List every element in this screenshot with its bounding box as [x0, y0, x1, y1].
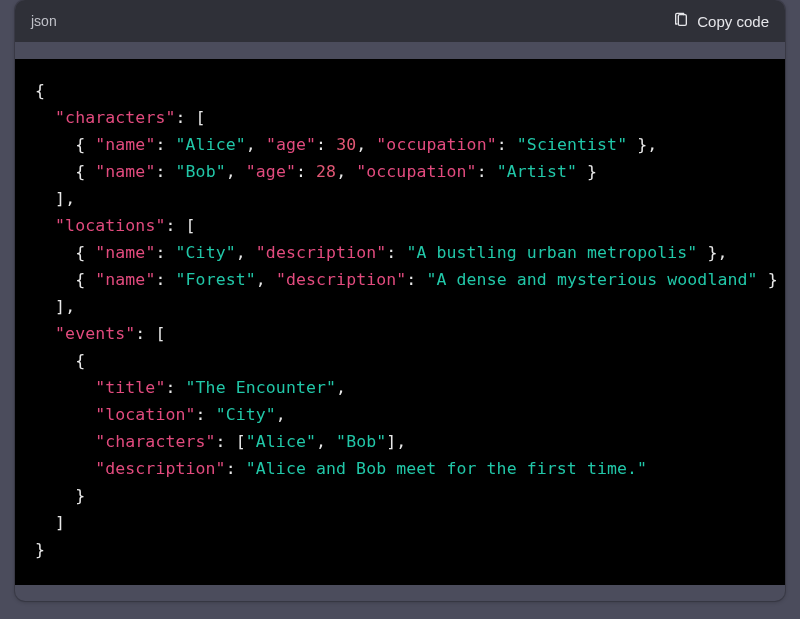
- clipboard-icon: [673, 12, 689, 31]
- copy-code-button[interactable]: Copy code: [673, 12, 769, 31]
- code-content: { "characters": [ { "name": "Alice", "ag…: [15, 59, 785, 585]
- svg-rect-0: [679, 14, 687, 25]
- copy-code-label: Copy code: [697, 13, 769, 30]
- code-block-card: json Copy code { "characters": [ { "name…: [15, 0, 785, 601]
- language-label: json: [31, 13, 57, 29]
- code-block-header: json Copy code: [15, 0, 785, 42]
